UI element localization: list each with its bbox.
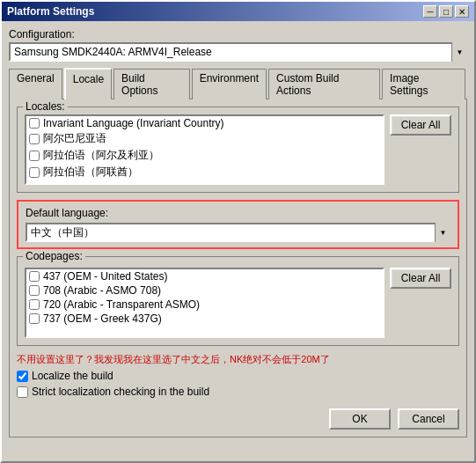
dialog-title: Platform Settings bbox=[7, 5, 94, 18]
tab-general[interactable]: General bbox=[9, 69, 62, 99]
list-item: 437 (OEM - United States) bbox=[26, 269, 383, 283]
tab-build-options[interactable]: Build Options bbox=[114, 69, 190, 99]
strict-localization-checkbox[interactable] bbox=[17, 386, 28, 398]
locales-list-area: Invariant Language (Invariant Country) 阿… bbox=[25, 114, 451, 185]
platform-settings-dialog: Platform Settings ─ □ ✕ Configuration: S… bbox=[0, 0, 476, 463]
default-language-group: Default language: 中文（中国） ▼ bbox=[17, 200, 459, 249]
locale-checkbox-0[interactable] bbox=[29, 118, 40, 129]
codepages-list[interactable]: 437 (OEM - United States) 708 (Arabic - … bbox=[25, 268, 384, 338]
configuration-select-wrapper: Samsung SMDK2440A: ARMV4I_Release ▼ bbox=[9, 42, 467, 62]
title-bar-controls: ─ □ ✕ bbox=[423, 5, 469, 18]
list-item: 720 (Arabic - Transparent ASMO) bbox=[26, 298, 383, 312]
locales-list[interactable]: Invariant Language (Invariant Country) 阿… bbox=[25, 114, 384, 185]
cancel-button[interactable]: Cancel bbox=[398, 408, 459, 430]
default-language-label: Default language: bbox=[26, 207, 450, 219]
minimize-button[interactable]: ─ bbox=[423, 5, 437, 18]
codepage-checkbox-3[interactable] bbox=[29, 313, 40, 324]
locale-checkbox-1[interactable] bbox=[29, 134, 40, 144]
locales-group-label: Locales: bbox=[23, 100, 68, 113]
tab-custom-build[interactable]: Custom Build Actions bbox=[268, 69, 380, 99]
list-item: 阿拉伯语（阿联酋） bbox=[26, 164, 383, 180]
locales-clear-all-button[interactable]: Clear All bbox=[390, 114, 451, 136]
tab-bar: General Locale Build Options Environment… bbox=[9, 69, 467, 99]
ok-button[interactable]: OK bbox=[329, 408, 391, 430]
strict-localization-label: Strict localization checking in the buil… bbox=[32, 386, 209, 398]
configuration-select[interactable]: Samsung SMDK2440A: ARMV4I_Release bbox=[9, 42, 467, 62]
close-button[interactable]: ✕ bbox=[455, 5, 469, 18]
locales-group: Locales: Invariant Language (Invariant C… bbox=[17, 107, 459, 193]
tab-image-settings[interactable]: Image Settings bbox=[382, 69, 465, 99]
codepages-list-area: 437 (OEM - United States) 708 (Arabic - … bbox=[25, 268, 451, 338]
tab-panel-locale: Locales: Invariant Language (Invariant C… bbox=[9, 99, 467, 437]
window-content: Configuration: Samsung SMDK2440A: ARMV4I… bbox=[2, 21, 474, 445]
default-language-select-wrapper: 中文（中国） ▼ bbox=[26, 223, 450, 242]
localize-build-label: Localize the build bbox=[32, 370, 114, 382]
locale-checkbox-3[interactable] bbox=[29, 167, 40, 178]
configuration-label: Configuration: bbox=[9, 28, 467, 40]
maximize-button[interactable]: □ bbox=[439, 5, 453, 18]
codepages-group-label: Codepages: bbox=[23, 250, 85, 262]
localize-build-checkbox[interactable] bbox=[17, 371, 28, 382]
codepage-checkbox-2[interactable] bbox=[29, 299, 40, 310]
locale-checkbox-2[interactable] bbox=[29, 151, 40, 161]
codepage-label-2: 720 (Arabic - Transparent ASMO) bbox=[43, 298, 200, 311]
title-bar: Platform Settings ─ □ ✕ bbox=[2, 2, 474, 21]
strict-localization-row: Strict localization checking in the buil… bbox=[17, 386, 459, 398]
codepage-checkbox-1[interactable] bbox=[29, 285, 40, 296]
localize-build-row: Localize the build bbox=[17, 370, 459, 382]
list-item: 阿尔巴尼亚语 bbox=[26, 130, 383, 147]
tab-locale[interactable]: Locale bbox=[64, 68, 112, 99]
default-language-select[interactable]: 中文（中国） bbox=[26, 223, 450, 242]
codepage-label-1: 708 (Arabic - ASMO 708) bbox=[43, 284, 161, 297]
locale-label-1: 阿尔巴尼亚语 bbox=[43, 131, 106, 146]
list-item: 阿拉伯语（阿尔及利亚） bbox=[26, 147, 383, 164]
configuration-row: Samsung SMDK2440A: ARMV4I_Release ▼ bbox=[9, 42, 467, 62]
list-item: 708 (Arabic - ASMO 708) bbox=[26, 283, 383, 298]
list-item: 737 (OEM - Greek 437G) bbox=[26, 312, 383, 326]
codepage-checkbox-0[interactable] bbox=[29, 271, 40, 282]
codepages-clear-all-button[interactable]: Clear All bbox=[390, 268, 451, 289]
codepages-group: Codepages: 437 (OEM - United States) 708… bbox=[17, 256, 459, 346]
tab-environment[interactable]: Environment bbox=[192, 69, 267, 99]
codepage-label-3: 737 (OEM - Greek 437G) bbox=[43, 312, 162, 325]
comment-text: 不用设置这里了？我发现我在这里选了中文之后，NK绝对不会低于20M了 bbox=[17, 353, 459, 366]
locale-label-2: 阿拉伯语（阿尔及利亚） bbox=[43, 148, 159, 163]
locale-label-0: Invariant Language (Invariant Country) bbox=[43, 117, 223, 129]
bottom-buttons: OK Cancel bbox=[17, 403, 459, 430]
codepage-label-0: 437 (OEM - United States) bbox=[43, 270, 167, 283]
locale-label-3: 阿拉伯语（阿联酋） bbox=[43, 165, 138, 180]
list-item: Invariant Language (Invariant Country) bbox=[26, 116, 383, 130]
